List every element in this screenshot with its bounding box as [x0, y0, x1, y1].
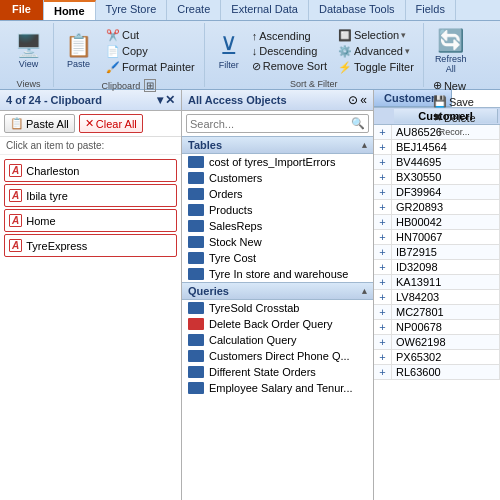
tab-fields[interactable]: Fields [406, 0, 456, 20]
expand-cell[interactable]: + [374, 275, 392, 289]
expand-cell[interactable]: + [374, 155, 392, 169]
expand-cell[interactable]: + [374, 170, 392, 184]
save-button[interactable]: 💾 Save [430, 94, 479, 109]
view-button[interactable]: 🖥️ View [10, 25, 47, 77]
tab-tyre-store[interactable]: Tyre Store [96, 0, 168, 20]
query-icon [188, 382, 204, 394]
expand-cell[interactable]: + [374, 290, 392, 304]
nav-queries-section[interactable]: Queries▴ [182, 282, 373, 300]
nav-table-item[interactable]: cost of tyres_ImportErrors [182, 154, 373, 170]
expand-cell[interactable]: + [374, 365, 392, 379]
nav-panel-menu-icon[interactable]: ⊙ [348, 93, 358, 107]
selection-button[interactable]: 🔲 Selection ▾ [335, 28, 417, 43]
cut-button[interactable]: ✂️ Cut [103, 28, 198, 43]
table-row[interactable]: +BEJ14564 [374, 140, 500, 155]
new-icon: ⊕ [433, 79, 442, 92]
clipboard-item[interactable]: AIbila tyre [4, 184, 177, 207]
nav-tables-section[interactable]: Tables ▴ [182, 136, 373, 154]
clipboard-expand-icon[interactable]: ⊞ [144, 79, 156, 92]
nav-query-item[interactable]: Employee Salary and Tenur... [182, 380, 373, 396]
refresh-all-button[interactable]: 🔄 RefreshAll [430, 25, 472, 77]
clipboard-item-text: TyreExpress [26, 240, 87, 252]
new-record-button[interactable]: ⊕ New [430, 78, 479, 93]
filter-button[interactable]: ⊻ Filter [211, 25, 247, 77]
save-icon: 💾 [433, 95, 447, 108]
tab-external-data[interactable]: External Data [221, 0, 309, 20]
id-cell: BV44695 [392, 155, 500, 169]
nav-query-item[interactable]: Calculation Query [182, 332, 373, 348]
expand-cell[interactable]: + [374, 305, 392, 319]
expand-cell[interactable]: + [374, 320, 392, 334]
table-row[interactable]: +OW62198 [374, 335, 500, 350]
clipboard-item[interactable]: ACharleston [4, 159, 177, 182]
tab-database-tools[interactable]: Database Tools [309, 0, 406, 20]
nav-table-item[interactable]: Products [182, 202, 373, 218]
nav-table-item[interactable]: Tyre Cost [182, 250, 373, 266]
nav-table-item[interactable]: Stock New [182, 234, 373, 250]
nav-table-item[interactable]: SalesReps [182, 218, 373, 234]
nav-panel-collapse-icon[interactable]: « [360, 93, 367, 107]
toggle-filter-button[interactable]: ⚡ Toggle Filter [335, 60, 417, 75]
id-cell: LV84203 [392, 290, 500, 304]
table-row[interactable]: +GR20893 [374, 200, 500, 215]
remove-sort-button[interactable]: ⊘ Remove Sort [249, 59, 330, 74]
table-row[interactable]: +HB00042 [374, 215, 500, 230]
nav-query-item[interactable]: Customers Direct Phone Q... [182, 348, 373, 364]
table-row[interactable]: +HN70067 [374, 230, 500, 245]
expand-cell[interactable]: + [374, 200, 392, 214]
clipboard-item[interactable]: AHome [4, 209, 177, 232]
tab-home[interactable]: Home [44, 0, 96, 20]
table-row[interactable]: +KA13911 [374, 275, 500, 290]
selection-label: Selection [354, 29, 399, 41]
expand-cell[interactable]: + [374, 335, 392, 349]
nav-table-item[interactable]: Orders [182, 186, 373, 202]
id-cell: HB00042 [392, 215, 500, 229]
advanced-button[interactable]: ⚙️ Advanced ▾ [335, 44, 417, 59]
nav-search-input[interactable] [187, 116, 348, 132]
nav-search-bar: 🔍 [186, 114, 369, 133]
nav-query-item[interactable]: TyreSold Crosstab [182, 300, 373, 316]
expand-cell[interactable]: + [374, 125, 392, 139]
expand-cell[interactable]: + [374, 230, 392, 244]
table-icon [188, 188, 204, 200]
paste-button[interactable]: 📋 Paste [60, 25, 97, 77]
expand-cell[interactable]: + [374, 260, 392, 274]
query-icon [188, 350, 204, 362]
table-row[interactable]: +PX65302 [374, 350, 500, 365]
id-cell: IB72915 [392, 245, 500, 259]
table-row[interactable]: +DF39964 [374, 185, 500, 200]
table-row[interactable]: +BV44695 [374, 155, 500, 170]
table-row[interactable]: +RL63600 [374, 365, 500, 380]
refresh-label: RefreshAll [435, 54, 467, 74]
nav-query-item[interactable]: Delete Back Order Query [182, 316, 373, 332]
table-row[interactable]: +ID32098 [374, 260, 500, 275]
expand-cell[interactable]: + [374, 185, 392, 199]
nav-query-item[interactable]: Different State Orders [182, 364, 373, 380]
delete-button[interactable]: ✖ Delete [430, 110, 479, 125]
nav-table-item[interactable]: Tyre In store and warehouse [182, 266, 373, 282]
copy-button[interactable]: 📄 Copy [103, 44, 198, 59]
nav-table-item[interactable]: Customers [182, 170, 373, 186]
expand-cell[interactable]: + [374, 245, 392, 259]
clipboard-panel-close-icon[interactable]: ✕ [165, 93, 175, 107]
clipboard-panel-menu-icon[interactable]: ▾ [157, 93, 163, 107]
format-painter-button[interactable]: 🖌️ Format Painter [103, 60, 198, 75]
format-painter-label: Format Painter [122, 61, 195, 73]
tab-file[interactable]: File [0, 0, 44, 20]
table-row[interactable]: +AU86526 [374, 125, 500, 140]
clear-all-button[interactable]: ✕ Clear All [79, 114, 143, 133]
table-row[interactable]: +LV84203 [374, 290, 500, 305]
expand-cell[interactable]: + [374, 350, 392, 364]
paste-all-button[interactable]: 📋 Paste All [4, 114, 75, 133]
table-row[interactable]: +NP00678 [374, 320, 500, 335]
cut-label: Cut [122, 29, 139, 41]
table-row[interactable]: +IB72915 [374, 245, 500, 260]
ascending-button[interactable]: ↑ Ascending [249, 29, 330, 43]
tab-create[interactable]: Create [167, 0, 221, 20]
clipboard-item[interactable]: ATyreExpress [4, 234, 177, 257]
descending-button[interactable]: ↓ Descending [249, 44, 330, 58]
expand-cell[interactable]: + [374, 140, 392, 154]
table-row[interactable]: +MC27801 [374, 305, 500, 320]
expand-cell[interactable]: + [374, 215, 392, 229]
table-row[interactable]: +BX30550 [374, 170, 500, 185]
